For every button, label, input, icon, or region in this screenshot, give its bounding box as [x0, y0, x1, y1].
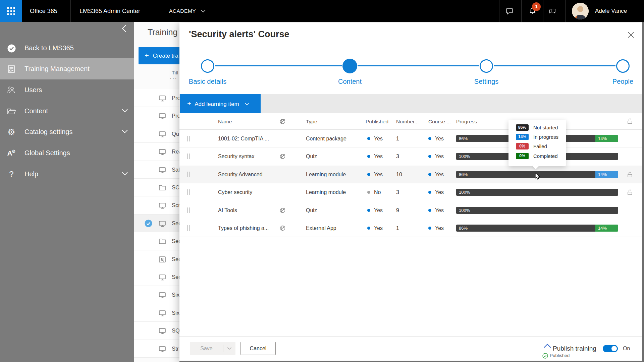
column-header-name[interactable]: Name — [218, 113, 232, 130]
plus-icon: + — [145, 51, 149, 60]
notification-count-badge[interactable]: 1 — [532, 2, 541, 11]
learning-item-row[interactable]: Cyber security Learning module No 3 Yes … — [179, 183, 642, 201]
drag-handle-icon[interactable] — [187, 225, 190, 231]
course-value: Yes — [435, 166, 444, 183]
drag-handle-icon[interactable] — [187, 207, 190, 213]
app-launcher-button[interactable] — [0, 0, 22, 22]
question-mark-icon: ? — [7, 170, 16, 179]
item-name: 1001-02: CompTIA ... — [218, 130, 269, 147]
sidebar-item-help[interactable]: ? Help — [0, 164, 134, 185]
tenant-selector[interactable]: ACADEMY — [169, 0, 196, 22]
selected-check-icon[interactable] — [145, 220, 152, 229]
save-button[interactable]: Save — [190, 342, 223, 355]
column-header-course[interactable]: Course ... — [428, 113, 451, 130]
tooltip-label: In progress — [533, 132, 558, 142]
save-options-chevron-icon[interactable] — [223, 342, 235, 355]
separator — [70, 0, 71, 22]
separator — [499, 0, 499, 22]
monitor-icon — [158, 166, 166, 175]
globe-slash-icon — [279, 207, 286, 215]
progress-bar[interactable]: 100% — [456, 189, 618, 196]
separator — [521, 0, 522, 22]
learning-item-row[interactable]: Security syntax Quiz Yes 3 Yes 100% — [179, 147, 642, 165]
sidebar-item-label: Training Management — [24, 58, 90, 79]
add-learning-item-button[interactable]: +Add learning item — [180, 94, 261, 113]
item-name: Cyber security — [218, 183, 252, 201]
step-label[interactable]: Content — [323, 78, 377, 85]
step-label[interactable]: Settings — [460, 78, 513, 85]
item-name: Security Advanced — [218, 166, 263, 183]
chevron-down-icon[interactable] — [121, 108, 128, 114]
brand-label[interactable]: Office 365 — [30, 0, 57, 22]
published-dot — [367, 227, 370, 230]
monitor-icon — [158, 327, 166, 336]
sidebar-item-content[interactable]: Content — [0, 101, 134, 122]
sidebar-item-users[interactable]: Users — [0, 79, 134, 101]
published-value: Yes — [374, 201, 383, 219]
progress-segment-completed: 14% — [595, 135, 618, 142]
course-value: Yes — [435, 219, 444, 237]
column-menu-dots[interactable]: ··· — [170, 75, 177, 82]
step-circle-settings[interactable] — [480, 59, 493, 73]
close-icon[interactable] — [627, 31, 638, 42]
sidebar-item-label: Content — [24, 101, 48, 122]
publish-toggle-on[interactable] — [603, 345, 618, 352]
drag-handle-icon[interactable] — [187, 172, 190, 177]
step-label[interactable]: Basic details — [181, 78, 234, 85]
feedback-chat-icon[interactable] — [505, 0, 514, 22]
course-value: Yes — [435, 130, 444, 147]
tenant-chevron-down-icon[interactable] — [201, 0, 209, 22]
learning-item-row[interactable]: Types of phishing a... External App Yes … — [179, 219, 642, 237]
progress-bar[interactable]: 100% — [456, 207, 618, 214]
course-dot — [428, 137, 431, 140]
chevron-down-icon[interactable] — [121, 129, 128, 135]
learning-item-row[interactable]: AI Tools Quiz Yes 9 Yes 100% — [179, 201, 642, 219]
sidebar-item-global-settings[interactable]: A⚙ Global Settings — [0, 142, 134, 164]
lock-open-icon — [626, 118, 634, 126]
help-chat-icon[interactable] — [549, 0, 557, 22]
number-value: 9 — [396, 201, 399, 219]
chevron-down-icon[interactable] — [121, 171, 128, 177]
publish-chevron-up-icon[interactable] — [543, 344, 551, 350]
title-column-header[interactable]: Titl — [172, 70, 178, 75]
drag-handle-icon[interactable] — [187, 136, 190, 141]
step-label[interactable]: People — [596, 78, 644, 85]
drag-handle-icon[interactable] — [187, 154, 190, 159]
course-dot — [428, 227, 431, 230]
sidebar-collapse-icon[interactable] — [119, 23, 131, 35]
published-dot — [367, 173, 370, 176]
published-status-label: Published — [550, 352, 570, 359]
column-header-number[interactable]: Number... — [396, 113, 419, 130]
published-dot — [367, 191, 370, 194]
sidebar-item-label: Catalog settings — [24, 121, 72, 142]
published-dot — [367, 137, 370, 140]
completed-badge: 0% — [516, 153, 529, 159]
user-name-label[interactable]: Adele Vance — [595, 0, 627, 22]
step-circle-content-active[interactable] — [342, 59, 357, 73]
step-circle-basic-details[interactable] — [201, 59, 214, 73]
sidebar-item-catalog-settings[interactable]: ⚙ Catalog settings — [0, 121, 134, 142]
tooltip-label: Completed — [533, 151, 558, 161]
product-label[interactable]: LMS365 Admin Center — [79, 0, 140, 22]
course-dot — [428, 173, 431, 176]
user-avatar[interactable] — [572, 3, 589, 19]
progress-bar[interactable]: 86% 14% — [456, 225, 618, 232]
drag-handle-icon[interactable] — [187, 189, 190, 195]
step-circle-people[interactable] — [616, 59, 630, 73]
progress-segment-not-started: 86% — [456, 225, 595, 232]
sidebar-item-back-to-lms365[interactable]: Back to LMS365 — [0, 38, 134, 59]
column-header-type[interactable]: Type — [306, 113, 317, 130]
cancel-button[interactable]: Cancel — [240, 342, 276, 355]
sidebar-item-training-management[interactable]: Training Management — [0, 58, 134, 79]
learning-item-row[interactable]: Security Advanced Learning module Yes 10… — [179, 166, 642, 183]
item-name: Security syntax — [218, 147, 254, 165]
save-split-button[interactable]: Save — [190, 342, 235, 355]
item-name: AI Tools — [218, 201, 237, 219]
learning-item-row[interactable]: 1001-02: CompTIA ... Content package Yes… — [179, 130, 642, 147]
not-started-badge: 86% — [516, 124, 529, 131]
course-dot — [428, 191, 431, 194]
column-header-published[interactable]: Published — [366, 113, 388, 130]
column-header-progress[interactable]: Progress — [456, 113, 477, 130]
published-value: Yes — [374, 147, 383, 165]
tooltip-label: Not started — [533, 123, 558, 132]
